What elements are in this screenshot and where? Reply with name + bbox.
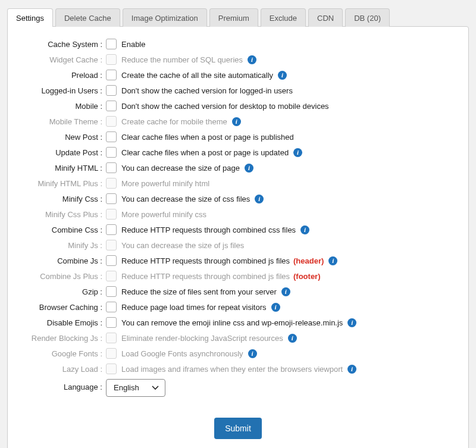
tab-label: Delete Cache: [64, 14, 111, 23]
setting-label: Combine Js Plus :: [20, 272, 106, 281]
language-label: Language :: [20, 383, 106, 391]
setting-label: Minify HTML :: [20, 164, 106, 173]
setting-row-combine-js: Combine Js :Reduce HTTP requests through…: [20, 253, 456, 268]
settings-panel: Cache System :EnableWidget Cache :Reduce…: [7, 26, 469, 448]
info-icon[interactable]: i: [347, 365, 356, 374]
setting-label: Cache System :: [20, 40, 106, 49]
checkbox: [106, 209, 117, 220]
info-icon[interactable]: i: [293, 148, 302, 157]
setting-description: Load Google Fonts asynchronously: [121, 349, 243, 358]
setting-description: Create cache for mobile theme: [121, 117, 227, 126]
checkbox: [106, 54, 117, 65]
checkbox[interactable]: [106, 302, 117, 312]
setting-label: Update Post :: [20, 148, 106, 157]
checkbox[interactable]: [106, 193, 117, 204]
language-selected-value: English: [114, 383, 139, 392]
setting-description: Clear cache files when a post or page is…: [121, 133, 294, 142]
setting-description: Reduce HTTP requests through combined cs…: [121, 225, 296, 234]
info-icon[interactable]: i: [288, 334, 297, 343]
checkbox[interactable]: [106, 317, 117, 328]
info-icon[interactable]: i: [328, 256, 337, 265]
tab-exclude[interactable]: Exclude: [261, 8, 306, 27]
setting-row-minify-css-plus: Minify Css Plus :More powerful minify cs…: [20, 206, 456, 222]
checkbox[interactable]: [106, 70, 117, 80]
checkbox[interactable]: [106, 85, 117, 96]
setting-description: Reduce the number of SQL queries: [121, 55, 243, 64]
setting-description: Load images and iframes when they enter …: [121, 365, 343, 374]
setting-row-minify-html: Minify HTML :You can decrease the size o…: [20, 160, 456, 176]
language-select[interactable]: English: [106, 379, 165, 397]
submit-wrap: Submit: [20, 418, 456, 439]
setting-row-logged-in-users: Logged-in Users :Don't show the cached v…: [20, 83, 456, 98]
tab-db-20[interactable]: DB (20): [345, 8, 390, 27]
checkbox[interactable]: [106, 131, 117, 142]
tab-label: CDN: [317, 14, 334, 23]
setting-row-minify-js: Minify Js :You can decrease the size of …: [20, 237, 456, 253]
setting-description: Reduce HTTP requests through combined js…: [121, 256, 290, 265]
tab-premium[interactable]: Premium: [209, 8, 258, 27]
chevron-down-icon: [152, 386, 159, 390]
info-icon[interactable]: i: [248, 55, 256, 64]
tab-delete-cache[interactable]: Delete Cache: [55, 8, 120, 27]
checkbox[interactable]: [106, 147, 117, 158]
setting-row-cache-system: Cache System :Enable: [20, 36, 456, 52]
checkbox: [106, 364, 117, 374]
setting-label: Logged-in Users :: [20, 86, 106, 95]
info-icon[interactable]: i: [347, 318, 356, 327]
setting-label: Mobile Theme :: [20, 117, 106, 126]
tab-image-optimization[interactable]: Image Optimization: [123, 8, 207, 27]
setting-label: Mobile :: [20, 102, 106, 111]
setting-row-update-post: Update Post :Clear cache files when a po…: [20, 145, 456, 160]
tab-label: DB (20): [354, 14, 381, 23]
setting-tag: (header): [293, 256, 324, 265]
setting-row-browser-caching: Browser Caching :Reduce page load times …: [20, 299, 456, 315]
setting-description: Don't show the cached version for logged…: [121, 86, 293, 95]
checkbox[interactable]: [106, 255, 117, 266]
setting-label: Browser Caching :: [20, 303, 106, 312]
checkbox[interactable]: [106, 224, 117, 235]
info-icon[interactable]: i: [255, 195, 264, 203]
setting-description: You can remove the emoji inline css and …: [121, 318, 343, 327]
tab-label: Premium: [218, 14, 249, 23]
info-icon[interactable]: i: [232, 117, 241, 126]
tab-label: Settings: [16, 14, 44, 23]
setting-description: Create the cache of all the site automat…: [121, 71, 273, 80]
setting-description: More powerful minify css: [121, 210, 206, 219]
tab-cdn[interactable]: CDN: [308, 8, 343, 27]
info-icon[interactable]: i: [278, 71, 287, 80]
setting-description: Clear cache files when a post or page is…: [121, 148, 289, 157]
setting-row-preload: Preload :Create the cache of all the sit…: [20, 67, 456, 83]
tab-settings[interactable]: Settings: [7, 8, 53, 27]
checkbox[interactable]: [106, 162, 117, 173]
setting-description: Don't show the cached version for deskto…: [121, 102, 329, 111]
info-icon[interactable]: i: [271, 303, 280, 312]
language-row: Language : English: [20, 377, 456, 397]
info-icon[interactable]: i: [300, 225, 309, 234]
setting-row-mobile: Mobile :Don't show the cached version fo…: [20, 98, 456, 114]
setting-row-new-post: New Post :Clear cache files when a post …: [20, 129, 456, 145]
setting-row-minify-html-plus: Minify HTML Plus :More powerful minify h…: [20, 176, 456, 191]
checkbox[interactable]: [106, 39, 117, 49]
submit-button[interactable]: Submit: [214, 418, 262, 439]
setting-label: Minify Js :: [20, 241, 106, 250]
setting-row-disable-emojis: Disable Emojis :You can remove the emoji…: [20, 315, 456, 330]
checkbox: [106, 271, 117, 281]
setting-description: Reduce the size of files sent from your …: [121, 287, 277, 296]
info-icon[interactable]: i: [248, 349, 257, 358]
setting-label: Combine Css :: [20, 225, 106, 234]
setting-row-google-fonts: Google Fonts :Load Google Fonts asynchro…: [20, 346, 456, 361]
setting-label: Preload :: [20, 71, 106, 80]
info-icon[interactable]: i: [245, 164, 253, 173]
setting-label: Minify HTML Plus :: [20, 179, 106, 188]
setting-description: You can decrease the size of js files: [121, 241, 244, 250]
setting-row-gzip: Gzip :Reduce the size of files sent from…: [20, 284, 456, 299]
checkbox[interactable]: [106, 101, 117, 111]
setting-row-combine-js-plus: Combine Js Plus :Reduce HTTP requests th…: [20, 268, 456, 284]
setting-row-mobile-theme: Mobile Theme :Create cache for mobile th…: [20, 114, 456, 129]
setting-label: Combine Js :: [20, 256, 106, 265]
setting-label: Minify Css Plus :: [20, 210, 106, 219]
setting-label: New Post :: [20, 133, 106, 142]
checkbox[interactable]: [106, 286, 117, 297]
info-icon[interactable]: i: [281, 287, 290, 296]
setting-description: Reduce HTTP requests through combined js…: [121, 272, 290, 281]
